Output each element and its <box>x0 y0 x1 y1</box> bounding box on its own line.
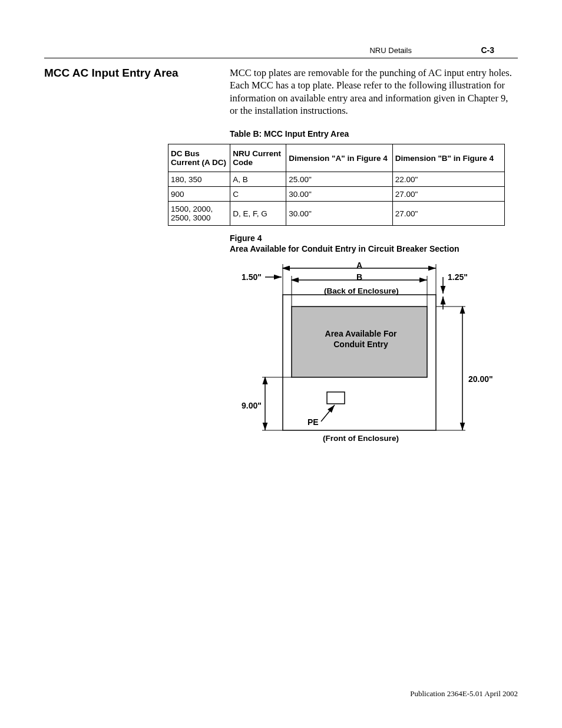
table-cell: 900 <box>168 187 230 202</box>
table-cell: 27.00" <box>392 187 504 202</box>
dim-left-side-label: 9.00" <box>242 401 262 410</box>
figure-4-diagram: 1.50" A B 1.25" (Back of Enclosure) Area… <box>230 259 507 454</box>
table-cell: A, B <box>230 172 286 187</box>
figure-caption: Figure 4 Area Available for Conduit Entr… <box>230 233 459 254</box>
dim-b-label: B <box>356 272 362 282</box>
svg-line-18 <box>321 405 335 421</box>
table-header: Dimension "A" in Figure 4 <box>286 144 392 172</box>
header-page-number: C-3 <box>481 45 494 55</box>
table-row: 900 C 30.00" 27.00" <box>168 187 505 202</box>
figure-number: Figure 4 <box>230 233 262 243</box>
header-title: NRU Details <box>369 46 412 55</box>
section-heading: MCC AC Input Entry Area <box>44 67 178 80</box>
table-cell: 22.00" <box>392 172 504 187</box>
figure-title: Area Available for Conduit Entry in Circ… <box>230 244 459 253</box>
dim-right-side-label: 20.00" <box>468 374 493 384</box>
table-header: Dimension "B" in Figure 4 <box>392 144 504 172</box>
table-cell: 180, 350 <box>168 172 230 187</box>
area-label: Area Available For Conduit Entry <box>324 329 398 350</box>
svg-rect-2 <box>327 392 345 404</box>
dim-right-top-label: 1.25" <box>448 272 468 282</box>
table-caption: Table B: MCC Input Entry Area <box>230 129 349 139</box>
table-row: 1500, 2000, 2500, 3000 D, E, F, G 30.00"… <box>168 202 505 226</box>
front-enclosure-label: (Front of Enclosure) <box>323 434 399 443</box>
table-cell: 30.00" <box>286 187 392 202</box>
table-header-row: DC Bus Current (A DC) NRU Current Code D… <box>168 144 505 172</box>
section-paragraph: MCC top plates are removable for the pun… <box>230 67 518 117</box>
table-cell: D, E, F, G <box>230 202 286 226</box>
table-cell: 30.00" <box>286 202 392 226</box>
dim-left-label: 1.50" <box>242 272 262 282</box>
table-row: 180, 350 A, B 25.00" 22.00" <box>168 172 505 187</box>
table-header: NRU Current Code <box>230 144 286 172</box>
mcc-input-entry-table: DC Bus Current (A DC) NRU Current Code D… <box>168 144 505 226</box>
table-cell: 1500, 2000, 2500, 3000 <box>168 202 230 226</box>
footer-publication: Publication 2364E-5.01 April 2002 <box>410 689 518 699</box>
table-cell: 25.00" <box>286 172 392 187</box>
page-header: NRU Details C-3 <box>44 46 518 58</box>
dim-a-label: A <box>356 261 362 270</box>
table-header: DC Bus Current (A DC) <box>168 144 230 172</box>
back-enclosure-label: (Back of Enclosure) <box>324 286 399 295</box>
table-cell: 27.00" <box>392 202 504 226</box>
pe-label: PE <box>308 417 319 427</box>
table-cell: C <box>230 187 286 202</box>
